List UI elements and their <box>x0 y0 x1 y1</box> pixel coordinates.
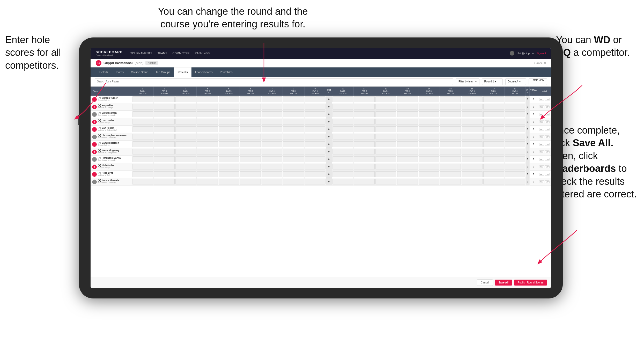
hole-11-input[interactable] <box>354 157 374 162</box>
dq-button[interactable]: DQ <box>545 180 550 183</box>
tab-printables[interactable]: Printables <box>216 67 236 77</box>
hole-10-input[interactable] <box>333 112 353 117</box>
hole-14-input[interactable] <box>419 172 439 177</box>
tab-leaderboards[interactable]: Leaderboards <box>191 67 216 77</box>
hole-15-input[interactable] <box>440 172 461 177</box>
hole-11-input[interactable] <box>354 164 374 169</box>
hole-7-input[interactable] <box>262 127 282 132</box>
hole-8-input[interactable] <box>283 112 304 117</box>
hole-18-input[interactable] <box>505 97 525 102</box>
tab-course-setup[interactable]: Course Setup <box>127 67 152 77</box>
hole-5-input[interactable] <box>219 127 239 132</box>
hole-11-input[interactable] <box>354 179 374 184</box>
dq-button[interactable]: DQ <box>545 165 550 168</box>
hole-2-input[interactable] <box>154 134 174 139</box>
hole-16-input[interactable] <box>462 134 482 139</box>
hole-2-input[interactable] <box>154 104 174 109</box>
hole-11-input[interactable] <box>354 104 374 109</box>
hole-10-input[interactable] <box>333 149 353 154</box>
hole-14-input[interactable] <box>419 119 439 124</box>
hole-2-input[interactable] <box>154 142 174 147</box>
hole-1-input[interactable] <box>133 179 153 184</box>
hole-8-input[interactable] <box>283 157 304 162</box>
hole-15-input[interactable] <box>440 149 461 154</box>
hole-3-input[interactable] <box>176 179 196 184</box>
hole-2-input[interactable] <box>154 127 174 132</box>
wd-button[interactable]: WD <box>539 173 544 176</box>
hole-13-input[interactable] <box>397 112 418 117</box>
hole-1-input[interactable] <box>133 149 153 154</box>
hole-3-input[interactable] <box>176 142 196 147</box>
hole-10-input[interactable] <box>333 157 353 162</box>
hole-5-input[interactable] <box>219 142 239 147</box>
hole-8-input[interactable] <box>283 119 304 124</box>
hole-14-input[interactable] <box>419 149 439 154</box>
hole-5-input[interactable] <box>219 104 239 109</box>
hole-18-input[interactable] <box>505 127 525 132</box>
hole-2-input[interactable] <box>154 119 174 124</box>
hole-15-input[interactable] <box>440 112 461 117</box>
hole-8-input[interactable] <box>283 172 304 177</box>
hole-15-input[interactable] <box>440 97 461 102</box>
course-selector[interactable]: Course A ▾ <box>505 78 526 85</box>
hole-8-input[interactable] <box>283 134 304 139</box>
hole-17-input[interactable] <box>484 149 504 154</box>
hole-6-input[interactable] <box>240 119 261 124</box>
hole-16-input[interactable] <box>462 97 482 102</box>
hole-3-input[interactable] <box>176 127 196 132</box>
hole-4-input[interactable] <box>197 119 217 124</box>
hole-11-input[interactable] <box>354 172 374 177</box>
hole-11-input[interactable] <box>354 127 374 132</box>
hole-18-input[interactable] <box>505 104 525 109</box>
wd-button[interactable]: WD <box>539 150 544 153</box>
wd-button[interactable]: WD <box>539 113 544 116</box>
search-input[interactable] <box>95 78 453 85</box>
hole-4-input[interactable] <box>197 164 217 169</box>
hole-11-input[interactable] <box>354 149 374 154</box>
hole-16-input[interactable] <box>462 164 482 169</box>
hole-7-input[interactable] <box>262 134 282 139</box>
dq-button[interactable]: DQ <box>545 158 550 161</box>
hole-3-input[interactable] <box>176 134 196 139</box>
hole-6-input[interactable] <box>240 179 261 184</box>
save-all-button[interactable]: Save All <box>495 280 512 286</box>
hole-13-input[interactable] <box>397 149 418 154</box>
hole-15-input[interactable] <box>440 104 461 109</box>
hole-5-input[interactable] <box>219 172 239 177</box>
hole-1-input[interactable] <box>133 112 153 117</box>
hole-9-input[interactable] <box>305 119 325 124</box>
hole-18-input[interactable] <box>505 142 525 147</box>
hole-17-input[interactable] <box>484 119 504 124</box>
hole-13-input[interactable] <box>397 164 418 169</box>
hole-18-input[interactable] <box>505 164 525 169</box>
hole-16-input[interactable] <box>462 157 482 162</box>
hole-16-input[interactable] <box>462 172 482 177</box>
hole-9-input[interactable] <box>305 172 325 177</box>
hole-7-input[interactable] <box>262 172 282 177</box>
hole-13-input[interactable] <box>397 104 418 109</box>
wd-button[interactable]: WD <box>539 158 544 161</box>
hole-7-input[interactable] <box>262 97 282 102</box>
hole-13-input[interactable] <box>397 119 418 124</box>
hole-10-input[interactable] <box>333 127 353 132</box>
hole-12-input[interactable] <box>376 142 396 147</box>
hole-10-input[interactable] <box>333 97 353 102</box>
hole-8-input[interactable] <box>283 127 304 132</box>
hole-12-input[interactable] <box>376 104 396 109</box>
hole-12-input[interactable] <box>376 179 396 184</box>
hole-16-input[interactable] <box>462 119 482 124</box>
hole-3-input[interactable] <box>176 119 196 124</box>
hole-15-input[interactable] <box>440 134 461 139</box>
hole-15-input[interactable] <box>440 164 461 169</box>
dq-button[interactable]: DQ <box>545 105 550 108</box>
hole-7-input[interactable] <box>262 157 282 162</box>
cancel-header-btn[interactable]: Cancel X <box>534 61 546 65</box>
hole-6-input[interactable] <box>240 112 261 117</box>
hole-5-input[interactable] <box>219 164 239 169</box>
hole-18-input[interactable] <box>505 149 525 154</box>
hole-12-input[interactable] <box>376 119 396 124</box>
hole-3-input[interactable] <box>176 157 196 162</box>
nav-teams[interactable]: TEAMS <box>158 52 167 55</box>
hole-17-input[interactable] <box>484 134 504 139</box>
hole-9-input[interactable] <box>305 164 325 169</box>
